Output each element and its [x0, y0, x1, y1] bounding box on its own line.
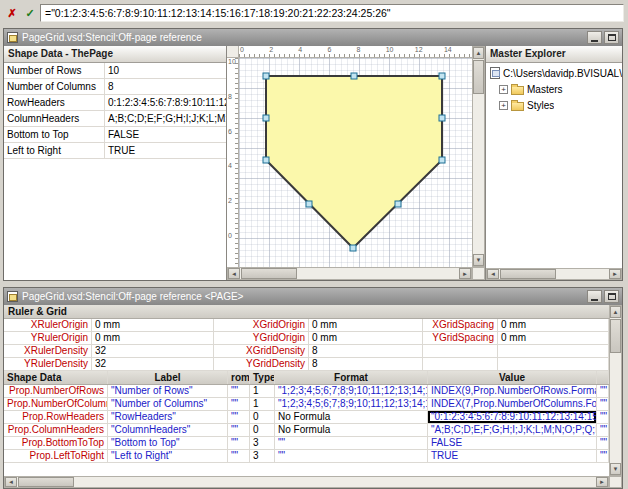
- scroll-down-icon[interactable]: ▼: [473, 254, 484, 266]
- cell-prompt[interactable]: "": [228, 411, 250, 423]
- cell-prompt[interactable]: "": [228, 424, 250, 436]
- cell-name[interactable]: Prop.NumberOfRows: [4, 385, 108, 397]
- scroll-track[interactable]: [473, 95, 484, 254]
- cell-extra[interactable]: "": [597, 450, 609, 462]
- cell-name[interactable]: Prop.NumberOfColumns: [4, 398, 108, 410]
- cell-name[interactable]: XRulerDensity: [4, 345, 92, 357]
- tree-item-masters[interactable]: + Masters: [486, 81, 622, 97]
- cell-format[interactable]: No Formula: [275, 411, 428, 423]
- cell-extra[interactable]: "": [597, 411, 609, 423]
- maximize-button[interactable]: [604, 31, 619, 44]
- scroll-left-icon[interactable]: ◄: [228, 268, 240, 279]
- cell-name[interactable]: XGridSpacing: [423, 319, 498, 331]
- cell-prompt[interactable]: "": [228, 437, 250, 449]
- drawing-window-titlebar[interactable]: PageGrid.vsd:Stencil:Off-page reference: [4, 29, 622, 46]
- master-explorer-scrollbar[interactable]: ◄ ►: [486, 268, 622, 280]
- cell-value[interactable]: 0 mm: [498, 332, 609, 344]
- cell-name[interactable]: XGridDensity: [214, 345, 309, 357]
- cell-value[interactable]: 0 mm: [92, 319, 214, 331]
- formula-input[interactable]: ="0:1:2:3:4:5:6:7:8:9:10:11:12:13:14:15:…: [40, 4, 624, 22]
- cell-type[interactable]: 3: [250, 450, 275, 462]
- accept-icon[interactable]: ✓: [22, 5, 38, 21]
- cell-type[interactable]: 3: [250, 437, 275, 449]
- cell-value[interactable]: 8: [309, 345, 423, 357]
- cell-label[interactable]: "Left to Right": [108, 450, 228, 462]
- maximize-button[interactable]: [604, 290, 619, 303]
- expand-icon[interactable]: +: [499, 85, 508, 94]
- cell-prompt[interactable]: "": [228, 385, 250, 397]
- cell-name[interactable]: XRulerOrigin: [4, 319, 92, 331]
- scroll-up-icon[interactable]: ▲: [473, 47, 484, 59]
- shape-data-value[interactable]: 10: [105, 63, 226, 78]
- drawing-page[interactable]: [239, 58, 472, 267]
- scroll-thumb[interactable]: [18, 477, 74, 487]
- scroll-track[interactable]: [557, 269, 609, 279]
- cell-type[interactable]: 1: [250, 385, 275, 397]
- scroll-thumb[interactable]: [473, 60, 484, 94]
- cell-name[interactable]: YGridOrigin: [214, 332, 309, 344]
- cell-value[interactable]: 8: [309, 358, 423, 370]
- shape-data-value[interactable]: FALSE: [105, 127, 226, 142]
- minimize-button[interactable]: [587, 31, 602, 44]
- cell-name[interactable]: [423, 345, 498, 357]
- scroll-down-icon[interactable]: ▼: [610, 463, 621, 475]
- cell-name[interactable]: YRulerDensity: [4, 358, 92, 370]
- cell-format[interactable]: "": [275, 450, 428, 462]
- shape-data-value[interactable]: 0:1:2:3:4:5:6:7:8:9:10:11:12:1: [105, 95, 226, 110]
- cell-label[interactable]: "Bottom to Top": [108, 437, 228, 449]
- scroll-thumb[interactable]: [241, 268, 297, 279]
- section-header-ruler-grid[interactable]: Ruler & Grid: [4, 305, 609, 319]
- cell-name[interactable]: Prop.LeftToRight: [4, 450, 108, 462]
- cell-name[interactable]: Prop.RowHeaders: [4, 411, 108, 423]
- cell-name[interactable]: YGridSpacing: [423, 332, 498, 344]
- cell-name[interactable]: XGridOrigin: [214, 319, 309, 331]
- cell-type[interactable]: 0: [250, 424, 275, 436]
- scroll-track[interactable]: [298, 268, 459, 279]
- cell-extra[interactable]: "": [597, 437, 609, 449]
- scroll-right-icon[interactable]: ►: [609, 269, 621, 279]
- shape-data-value[interactable]: TRUE: [105, 143, 226, 158]
- cell-name[interactable]: [423, 358, 498, 370]
- scroll-up-icon[interactable]: ▲: [610, 306, 621, 318]
- shapesheet-vertical-scrollbar[interactable]: ▲ ▼: [609, 305, 622, 476]
- cell-value[interactable]: 32: [92, 345, 214, 357]
- cell-prompt[interactable]: "": [228, 398, 250, 410]
- cell-name[interactable]: YRulerOrigin: [4, 332, 92, 344]
- scroll-track[interactable]: [75, 477, 596, 487]
- cell-name[interactable]: Prop.ColumnHeaders: [4, 424, 108, 436]
- cell-format[interactable]: "1;2;3;4;5;6;7;8;9;10;11;12;13;14;15;16: [275, 398, 428, 410]
- canvas-horizontal-scrollbar[interactable]: ◄ ►: [227, 267, 472, 280]
- cell-name[interactable]: Prop.BottomToTop: [4, 437, 108, 449]
- scroll-right-icon[interactable]: ►: [596, 477, 608, 487]
- cell-name[interactable]: YGridDensity: [214, 358, 309, 370]
- cell-value[interactable]: 0 mm: [309, 319, 423, 331]
- scroll-thumb[interactable]: [500, 269, 556, 279]
- cell-extra[interactable]: "": [597, 398, 609, 410]
- cancel-icon[interactable]: ✗: [4, 5, 20, 21]
- shapesheet-window-titlebar[interactable]: PageGrid.vsd:Stencil:Off-page reference …: [4, 288, 622, 305]
- cell-label[interactable]: "ColumnHeaders": [108, 424, 228, 436]
- cell-value[interactable]: 0 mm: [309, 332, 423, 344]
- pentagon-shape[interactable]: [266, 76, 442, 248]
- cell-value[interactable]: TRUE: [428, 450, 597, 462]
- expand-icon[interactable]: +: [499, 101, 508, 110]
- cell-value[interactable]: 32: [92, 358, 214, 370]
- scroll-track[interactable]: [610, 354, 621, 463]
- cell-label[interactable]: "Number of Rows": [108, 385, 228, 397]
- cell-prompt[interactable]: "": [228, 450, 250, 462]
- cell-type[interactable]: 1: [250, 398, 275, 410]
- cell-value[interactable]: "A;B;C;D;E;F;G;H;I;J;K;L;M;N;O;P;Q;R;S;T…: [428, 424, 597, 436]
- minimize-button[interactable]: [587, 290, 602, 303]
- scroll-right-icon[interactable]: ►: [459, 268, 471, 279]
- canvas-vertical-scrollbar[interactable]: ▲ ▼: [472, 46, 485, 267]
- scroll-thumb[interactable]: [610, 319, 621, 353]
- cell-format[interactable]: No Formula: [275, 424, 428, 436]
- cell-format[interactable]: "": [275, 437, 428, 449]
- cell-value-selected[interactable]: "0:1:2:3:4:5:6:7:8:9:10:11:12:13:14:15:1…: [428, 411, 597, 423]
- cell-value[interactable]: [498, 345, 609, 357]
- shape-data-value[interactable]: 8: [105, 79, 226, 94]
- cell-value[interactable]: [498, 358, 609, 370]
- cell-value[interactable]: FALSE: [428, 437, 597, 449]
- shapesheet-horizontal-scrollbar[interactable]: ◄ ►: [4, 476, 609, 488]
- shape-data-value[interactable]: A;B;C;D;E;F;G;H;I;J;K;L;M;N;: [105, 111, 226, 126]
